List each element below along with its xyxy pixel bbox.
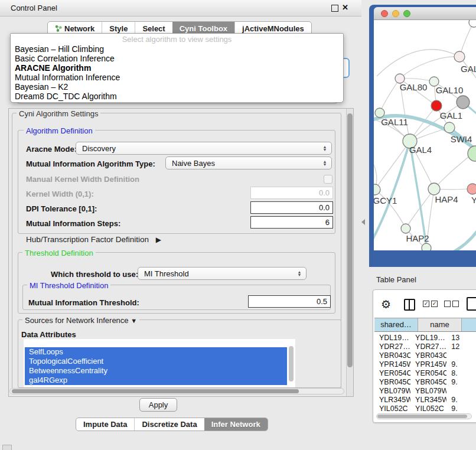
mi-threshold-value: 0.5 bbox=[317, 297, 327, 306]
cyni-bottom-tab-bar: Impute DataDiscretize DataInfer Network bbox=[76, 418, 268, 431]
network-node-labels: GALGAL80GAL10GAL1GAL11SWI4GAL4GCY1HAP4YH… bbox=[374, 64, 476, 243]
node-label: GAL80 bbox=[400, 82, 428, 92]
manual-kernel-checkbox[interactable] bbox=[324, 175, 332, 184]
unchecked-checkbox-icon[interactable] bbox=[452, 301, 459, 307]
unchecked-checkbox-icon[interactable] bbox=[444, 301, 451, 307]
float-window-icon[interactable] bbox=[331, 5, 338, 12]
tab-impute-data[interactable]: Impute Data bbox=[76, 418, 134, 431]
scrollbar-thumb[interactable] bbox=[12, 389, 299, 393]
table-cell: YBR043C bbox=[410, 351, 446, 360]
network-node[interactable] bbox=[454, 51, 465, 62]
gear-icon[interactable]: ⚙ bbox=[381, 298, 391, 311]
sources-group-label[interactable]: Sources for Network Inference ▼ bbox=[22, 316, 139, 325]
column-header-a[interactable]: A bbox=[462, 318, 476, 331]
table-cell: 13 bbox=[446, 334, 476, 343]
tab-label: jActiveMNodules bbox=[242, 24, 304, 33]
tab-label: Infer Network bbox=[211, 420, 260, 429]
tab-label: Style bbox=[109, 24, 128, 33]
minimize-traffic-light-icon[interactable] bbox=[392, 10, 399, 17]
column-header-name[interactable]: name bbox=[418, 318, 462, 331]
table-row[interactable]: YBL079WYBL079W bbox=[374, 387, 476, 396]
attribute-item-topologicalcoefficient[interactable]: TopologicalCoefficient bbox=[25, 357, 287, 366]
table-cell: 8. bbox=[446, 369, 476, 378]
zoom-traffic-light-icon[interactable] bbox=[403, 10, 410, 17]
columns-icon[interactable] bbox=[404, 299, 415, 311]
network-node[interactable] bbox=[401, 224, 410, 233]
algorithm-option-basic-correlation-inference[interactable]: Basic Correlation Inference bbox=[11, 54, 343, 63]
table-row[interactable]: YDR27…YDR27…12 bbox=[374, 343, 476, 351]
aracne-mode-value: Discovery bbox=[76, 144, 321, 153]
table-cell bbox=[446, 351, 476, 360]
mi-type-combobox[interactable]: Naive Bayes ▲▼ bbox=[165, 156, 332, 169]
table-cell: YBR043C bbox=[374, 351, 410, 360]
which-threshold-combobox[interactable]: MI Threshold ▲▼ bbox=[138, 267, 307, 280]
tab-discretize-data[interactable]: Discretize Data bbox=[134, 418, 204, 431]
sources-title: Sources for Network Inference bbox=[25, 316, 129, 325]
network-view[interactable]: GALGAL80GAL10GAL1GAL11SWI4GAL4GCY1HAP4YH… bbox=[374, 20, 476, 250]
mi-type-value: Naive Bayes bbox=[166, 159, 321, 168]
network-node[interactable] bbox=[431, 100, 442, 111]
scrollbar-thumb[interactable] bbox=[377, 415, 467, 418]
data-attributes-list[interactable]: SelfLoopsTopologicalCoefficientBetweenne… bbox=[24, 339, 295, 387]
close-traffic-light-icon[interactable] bbox=[381, 10, 388, 17]
table-row[interactable]: YPR145WYPR145W9. bbox=[374, 360, 476, 369]
column-header-shared-[interactable]: shared… bbox=[374, 318, 418, 331]
list-scrollbar-thumb[interactable] bbox=[289, 346, 294, 381]
network-node[interactable] bbox=[469, 20, 476, 27]
checked-checkbox-icon[interactable]: ✓ bbox=[431, 301, 438, 307]
table-cell: 9. bbox=[446, 405, 476, 413]
dpi-tolerance-label: DPI Tolerance [0,1]: bbox=[26, 204, 97, 213]
minimized-window-icon[interactable] bbox=[2, 445, 12, 450]
network-node[interactable] bbox=[444, 122, 455, 133]
table-horizontal-scrollbar[interactable] bbox=[376, 413, 472, 419]
table-cell: YBR045C bbox=[374, 378, 410, 387]
table-row[interactable]: YBR043CYBR043C bbox=[374, 351, 476, 360]
table-row[interactable]: YDL19…YDL19…13 bbox=[374, 334, 476, 343]
apply-button[interactable]: Apply bbox=[139, 398, 177, 412]
network-node[interactable] bbox=[375, 108, 384, 118]
aracne-mode-combobox[interactable]: Discovery ▲▼ bbox=[76, 142, 332, 155]
attribute-item-selfloops[interactable]: SelfLoops bbox=[25, 347, 287, 357]
spinner-arrows-icon: ▲▼ bbox=[321, 145, 331, 151]
tab-infer-network[interactable]: Infer Network bbox=[204, 418, 268, 431]
checked-checkbox-icon[interactable]: ✓ bbox=[423, 301, 429, 307]
kernel-width-field[interactable]: 0.0 bbox=[250, 187, 333, 199]
node-label: GAL4 bbox=[409, 145, 432, 155]
network-node[interactable] bbox=[457, 96, 470, 109]
network-node[interactable] bbox=[468, 146, 476, 161]
attribute-item-gal4rgexp[interactable]: gal4RGexp bbox=[25, 376, 287, 385]
table-row[interactable]: YLR345WYLR345W9. bbox=[374, 396, 476, 405]
dpi-tolerance-value: 0.0 bbox=[319, 203, 330, 212]
algorithm-option-dream8-dc-tdc-algorithm[interactable]: Dream8 DC_TDC Algorithm bbox=[11, 92, 343, 101]
network-node[interactable] bbox=[422, 243, 431, 250]
settings-horizontal-scrollbar[interactable] bbox=[9, 388, 344, 394]
hub-definition-toggle[interactable]: Hub/Transcription Factor Definition ▶ bbox=[26, 235, 161, 244]
table-row[interactable]: YBR045CYBR045C9. bbox=[374, 378, 476, 387]
document-icon[interactable] bbox=[467, 297, 476, 311]
table-cell: YLR345W bbox=[374, 396, 410, 405]
mi-threshold-field[interactable]: 0.5 bbox=[248, 295, 331, 308]
algorithm-option-bayesian-k2[interactable]: Bayesian – K2 bbox=[11, 82, 343, 92]
settings-vertical-scrollbar[interactable] bbox=[346, 109, 353, 396]
scrollbar-thumb[interactable] bbox=[347, 113, 353, 367]
algorithm-dropdown: Select algorithm to view settings Bayesi… bbox=[10, 33, 344, 103]
table-cell: YDL19… bbox=[410, 334, 446, 343]
tab-label: Discretize Data bbox=[142, 420, 197, 429]
panel-divider-arrow-icon[interactable] bbox=[361, 219, 365, 225]
algorithm-option-mutual-information-inference[interactable]: Mutual Information Inference bbox=[11, 73, 343, 82]
algorithm-option-bayesian-hill-climbing[interactable]: Bayesian – Hill Climbing bbox=[11, 44, 343, 54]
table-row[interactable]: YER054CYER054C8. bbox=[374, 369, 476, 378]
network-node[interactable] bbox=[467, 184, 476, 194]
table-cell: YPR145W bbox=[374, 360, 410, 369]
data-attributes-label: Data Attributes bbox=[21, 330, 76, 339]
close-icon[interactable]: ✕ bbox=[342, 3, 348, 12]
algorithm-option-aracne-algorithm[interactable]: ARACNE Algorithm bbox=[11, 63, 343, 73]
table-cell: YER054C bbox=[410, 369, 446, 378]
dpi-tolerance-field[interactable]: 0.0 bbox=[250, 201, 333, 214]
control-panel-title: Control Panel bbox=[11, 4, 57, 12]
network-node[interactable] bbox=[428, 183, 440, 195]
table-row[interactable]: YIL052CYIL052C9. bbox=[374, 405, 476, 413]
attribute-item-betweennesscentrality[interactable]: BetweennessCentrality bbox=[25, 366, 287, 376]
network-window-titlebar[interactable] bbox=[374, 7, 476, 20]
mi-steps-field[interactable]: 6 bbox=[250, 216, 333, 229]
